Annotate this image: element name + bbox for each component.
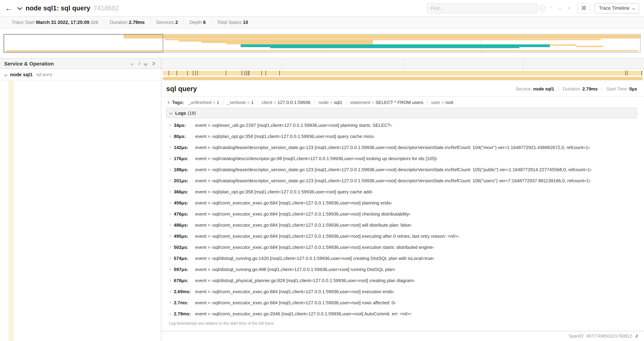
span-detail-meta: Service: node sql1Duration: 2.79msStart … <box>512 86 637 92</box>
span-meta-item: Start Time: 0μs <box>602 86 637 92</box>
tag-item: _verbose1 <box>223 100 258 105</box>
span-indent-stripe <box>8 80 14 341</box>
span-meta-item: Service: node sql1 <box>512 86 558 92</box>
minimap-scrubber[interactable] <box>4 34 163 52</box>
tag-item: client127.0.0.1:59936 <box>258 100 314 105</box>
log-tick <box>197 71 198 76</box>
expand-all-icon[interactable] <box>151 62 155 65</box>
chevron-down-icon <box>632 7 635 10</box>
chevron-right-icon <box>168 301 171 304</box>
log-tick <box>176 71 177 76</box>
logs-header[interactable]: Logs (18) <box>166 108 637 118</box>
chevron-right-icon <box>168 146 171 149</box>
log-tick <box>248 71 248 76</box>
trace-view-select[interactable]: Trace Timeline <box>594 3 639 13</box>
minimap-span-bar <box>201 42 373 43</box>
service-operation-header-cell: Service & Operation <box>0 59 161 69</box>
span-bar-secondary <box>163 77 642 80</box>
log-entry[interactable]: 597μs: event = ‹sql/distsql_running.go:4… <box>166 264 637 275</box>
tag-item: statementSELECT * FROM users <box>346 100 427 105</box>
log-entry[interactable]: 176μs: event = ‹sql/catalog/descs/descri… <box>166 153 637 164</box>
log-entry[interactable]: 142μs: event = ‹sql/catalog/lease/descri… <box>166 142 637 153</box>
chevron-up-icon[interactable] <box>547 3 556 13</box>
log-entry[interactable]: 80μs: event = ‹sql/plan_opt.go:358 [nsql… <box>166 131 637 142</box>
link-icon[interactable] <box>634 334 639 338</box>
detail-column: sql query Service: node sql1Duration: 2.… <box>161 80 644 341</box>
minimap-span-bar <box>550 44 576 46</box>
span-bar[interactable] <box>163 71 642 76</box>
span-row[interactable]: node sql1 sql query <box>0 69 644 80</box>
logs-note: Log timestamps are relative to the start… <box>169 321 637 325</box>
log-entry[interactable]: 201μs: event = ‹sql/catalog/lease/descri… <box>166 175 637 186</box>
minimap-span-bar <box>240 44 550 47</box>
top-bar: ← node sql1: sql query 7418682 + × ⌘ Tra… <box>0 0 644 17</box>
timeline-collapser <box>130 62 155 65</box>
find-input[interactable] <box>427 3 538 13</box>
log-entry[interactable]: 2.79ms: event = ‹sql/conn_executor_exec.… <box>166 308 637 319</box>
log-entry[interactable]: 476μs: event = ‹sql/conn_executor_exec.g… <box>166 208 637 219</box>
log-entry[interactable]: 495μs: event = ‹sql/conn_executor_exec.g… <box>166 230 637 241</box>
plus-circle-icon[interactable]: + <box>538 3 547 13</box>
timeline-gridline <box>404 59 404 69</box>
span-row-name-cell[interactable]: node sql1 sql query <box>0 69 161 80</box>
log-tick <box>244 71 245 76</box>
minimap-span-bar <box>165 39 601 40</box>
chevron-right-icon <box>168 279 171 281</box>
collapse-one-level-icon[interactable] <box>130 62 133 65</box>
content-area: sql query Service: node sql1Duration: 2.… <box>0 80 644 341</box>
timeline-gridline <box>523 59 523 69</box>
chevron-right-icon <box>168 213 171 215</box>
chevron-right-icon <box>168 257 171 259</box>
log-entry[interactable]: 2.7ms: event = ‹sql/conn_executor_exec.g… <box>166 297 637 308</box>
timeline-ruler <box>161 59 644 69</box>
span-detail-header: sql query Service: node sql1Duration: 2.… <box>166 80 637 93</box>
timeline-gridline <box>282 59 282 69</box>
collapse-all-icon[interactable] <box>144 62 147 65</box>
log-entry[interactable]: 574μs: event = ‹sql/distsql_running.go:1… <box>166 253 637 264</box>
span-operation-name: sql query <box>36 72 52 77</box>
minimap-span-bar <box>226 43 373 44</box>
chevron-right-icon <box>168 179 171 182</box>
tag-item: userroot <box>427 100 457 105</box>
summary-item: Services 2 <box>150 20 184 25</box>
chevron-right-icon <box>168 201 171 204</box>
log-entry[interactable]: 502μs: event = ‹sql/conn_executor_exec.g… <box>166 241 637 253</box>
tag-item: _unfinished1 <box>188 100 223 105</box>
collapse-header-icon[interactable] <box>17 5 22 10</box>
span-service-name: node sql1 <box>10 72 33 77</box>
trace-minimap <box>4 29 640 53</box>
trace-page: ← node sql1: sql query 7418682 + × ⌘ Tra… <box>0 0 644 341</box>
span-detail-panel: sql query Service: node sql1Duration: 2.… <box>161 80 644 331</box>
chevron-right-icon <box>168 246 171 248</box>
tags-list: _unfinished1_verbose1client127.0.0.1:599… <box>188 100 457 105</box>
logs-count: (18) <box>188 110 196 116</box>
log-tick <box>262 71 262 76</box>
log-entry[interactable]: 678μs: event = ‹sql/distsql_physical_pla… <box>166 275 637 286</box>
minimap-span-bar <box>179 40 373 42</box>
log-tick <box>242 71 242 76</box>
log-entry[interactable]: 34μs: event = ‹sql/exec_util.go:2297 [ns… <box>166 120 637 131</box>
tag-item: nodesql1 <box>314 100 346 105</box>
span-collapse-icon[interactable] <box>4 73 8 76</box>
log-entry[interactable]: 486μs: event = ‹sql/conn_executor_exec.g… <box>166 219 637 230</box>
tags-row[interactable]: Tags: _unfinished1_verbose1client127.0.0… <box>166 97 637 108</box>
trace-title: node sql1: sql query <box>26 4 90 12</box>
keyboard-shortcuts-button[interactable]: ⌘ <box>577 3 590 13</box>
trace-summary-bar: Trace Start March 31 2022, 17:25:09.326D… <box>0 17 644 29</box>
expand-one-level-icon[interactable] <box>138 62 140 65</box>
span-id-label: SpanID: <box>569 334 584 338</box>
close-icon[interactable]: × <box>565 3 574 13</box>
trace-view-label: Trace Timeline <box>599 6 630 11</box>
minimap-canvas[interactable] <box>4 34 640 53</box>
log-entry[interactable]: 2.69ms: event = ‹sql/conn_executor_exec.… <box>166 286 637 297</box>
chevron-right-icon <box>168 224 171 226</box>
log-entry[interactable]: 459μs: event = ‹sql/conn_executor_exec.g… <box>166 197 637 208</box>
log-tick <box>195 71 196 76</box>
timeline-header: Service & Operation <box>0 58 644 69</box>
chevron-right-icon <box>168 168 171 171</box>
back-button[interactable]: ← <box>5 4 12 12</box>
log-entry[interactable]: 189μs: event = ‹sql/catalog/lease/descri… <box>166 164 637 175</box>
log-entry[interactable]: 366μs: event = ‹sql/plan_opt.go:358 [nsq… <box>166 186 637 197</box>
log-tick <box>280 71 280 76</box>
chevron-down-icon[interactable] <box>556 3 565 13</box>
